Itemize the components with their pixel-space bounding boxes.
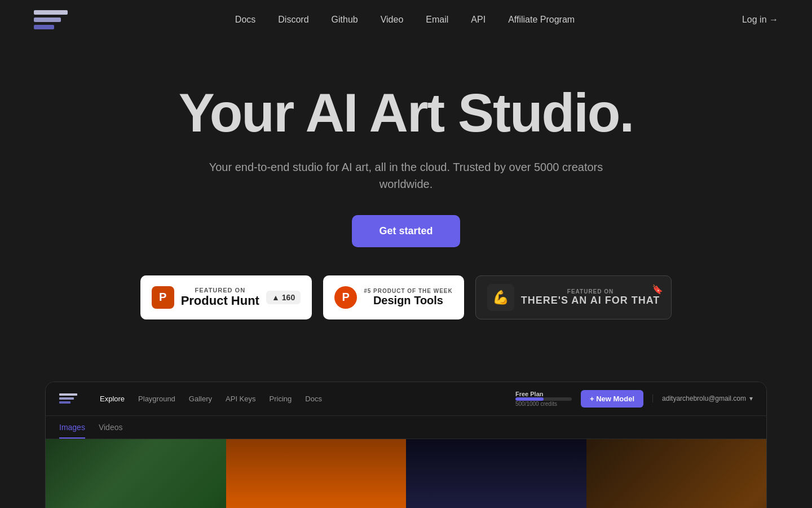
ai-for-that-label: THERE'S AN AI FOR THAT — [521, 295, 660, 306]
tab-images[interactable]: Images — [59, 423, 85, 439]
app-logo-bar-2 — [59, 397, 74, 400]
free-plan-label: Free Plan — [515, 391, 572, 397]
muscle-icon: 💪 — [492, 290, 509, 305]
logo-bar-2 — [34, 17, 61, 22]
app-nav-docs[interactable]: Docs — [305, 395, 322, 403]
nav-affiliate[interactable]: Affiliate Program — [508, 15, 575, 25]
product-hunt-arrow: ▲ — [272, 293, 280, 302]
image-cell-4[interactable] — [586, 439, 767, 508]
product-hunt-label-small: FEATURED ON — [181, 287, 259, 294]
hero-headline: Your AI Art Studio. — [34, 85, 778, 142]
app-nav-links: Explore Playground Gallery API Keys Pric… — [100, 395, 498, 403]
nav-discord[interactable]: Discord — [278, 15, 308, 25]
app-nav-explore[interactable]: Explore — [100, 395, 125, 403]
app-nav-api-keys[interactable]: API Keys — [226, 395, 255, 403]
nav-github[interactable]: Github — [332, 15, 358, 25]
design-tools-label-small: #5 PRODUCT OF THE WEEK — [364, 288, 453, 294]
product-hunt-text: FEATURED ON Product Hunt — [181, 287, 259, 308]
chevron-down-icon: ▾ — [749, 395, 753, 402]
design-tools-text: #5 PRODUCT OF THE WEEK Design Tools — [364, 288, 453, 307]
ai-for-that-label-small: FEATURED ON — [521, 288, 660, 295]
app-screenshot: Explore Playground Gallery API Keys Pric… — [45, 382, 767, 508]
product-hunt-label: Product Hunt — [181, 294, 259, 308]
app-logo-bar-1 — [59, 393, 77, 396]
image-grid — [46, 439, 766, 508]
main-navbar: Docs Discord Github Video Email API Affi… — [0, 0, 812, 40]
ai-for-that-text: FEATURED ON THERE'S AN AI FOR THAT — [521, 288, 660, 306]
logo-bar-3 — [34, 25, 54, 29]
nav-email[interactable]: Email — [426, 15, 448, 25]
user-email[interactable]: adityarchebrolu@gmail.com ▾ — [652, 395, 753, 402]
hero-section: Your AI Art Studio. Your end-to-end stud… — [0, 40, 812, 382]
new-model-button[interactable]: + New Model — [581, 390, 643, 408]
logo-bar-1 — [34, 10, 68, 15]
tab-videos[interactable]: Videos — [99, 423, 123, 439]
nav-links: Docs Discord Github Video Email API Affi… — [235, 15, 575, 25]
logo[interactable] — [34, 10, 68, 29]
badge-row: P FEATURED ON Product Hunt ▲ 160 P #5 PR… — [34, 275, 778, 319]
product-hunt-icon: P — [152, 286, 174, 309]
user-email-text: adityarchebrolu@gmail.com — [662, 395, 746, 402]
free-plan-credits: 500/1000 credits — [515, 401, 572, 407]
login-button[interactable]: Log in → — [742, 15, 778, 25]
app-logo-bar-3 — [59, 401, 70, 404]
app-nav-right: Free Plan 500/1000 credits + New Model a… — [515, 390, 753, 408]
app-logo — [59, 393, 77, 404]
product-hunt-number: 160 — [282, 293, 295, 302]
design-tools-label: Design Tools — [364, 294, 453, 307]
product-hunt-badge[interactable]: P FEATURED ON Product Hunt ▲ 160 — [140, 275, 312, 319]
nav-docs[interactable]: Docs — [235, 15, 255, 25]
ai-for-that-badge[interactable]: 💪 FEATURED ON THERE'S AN AI FOR THAT 🔖 — [475, 275, 672, 319]
image-cell-2[interactable] — [226, 439, 407, 508]
design-tools-icon: P — [334, 286, 357, 309]
nav-api[interactable]: API — [471, 15, 486, 25]
app-nav-playground[interactable]: Playground — [138, 395, 175, 403]
nav-video[interactable]: Video — [381, 15, 404, 25]
ai-for-that-icon: 💪 — [487, 284, 514, 311]
app-nav-gallery[interactable]: Gallery — [189, 395, 212, 403]
bookmark-icon: 🔖 — [652, 284, 663, 295]
image-cell-3[interactable] — [406, 439, 586, 508]
hero-subtext: Your end-to-end studio for AI art, all i… — [209, 159, 603, 192]
design-tools-badge[interactable]: P #5 PRODUCT OF THE WEEK Design Tools — [323, 275, 464, 319]
app-nav-pricing[interactable]: Pricing — [270, 395, 292, 403]
app-tabs: Images Videos — [46, 416, 766, 439]
free-plan-info: Free Plan 500/1000 credits — [515, 391, 572, 407]
app-navbar: Explore Playground Gallery API Keys Pric… — [46, 382, 766, 416]
get-started-button[interactable]: Get started — [352, 215, 460, 247]
product-hunt-count: ▲ 160 — [266, 291, 301, 304]
image-cell-1[interactable] — [46, 439, 226, 508]
